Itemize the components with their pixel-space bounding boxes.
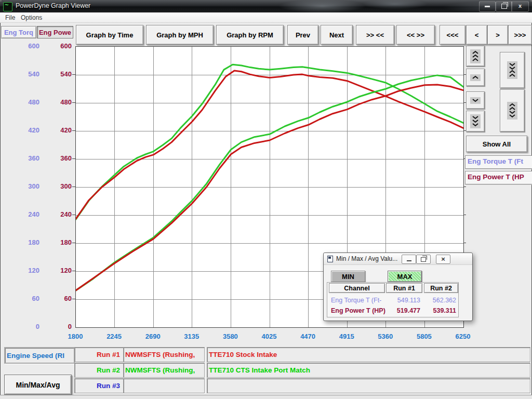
minimize-icon [485,6,490,7]
x-axis-tick-label: 4025 [252,332,286,340]
y-axis-tick-label-power: 180 [50,238,72,246]
graph-by-rpm-button[interactable]: Graph by RPM [216,25,284,45]
y-axis-tick-label-power: 0 [50,323,72,330]
window-title: PowerDyne Graph Viewer [16,2,90,9]
column-header-run1[interactable]: Run #1 [386,283,422,293]
menu-file[interactable]: File [3,14,17,22]
min-toggle-button[interactable]: MIN [331,271,365,282]
chevrons-compress-icon [507,61,517,79]
y-axis-tick-label-torque: 420 [18,126,39,134]
x-axis-tick-label: 3580 [214,332,247,340]
arrows-in-button[interactable]: >> << [356,25,394,45]
prev-button[interactable]: Prev [287,25,318,45]
y-axis-tick-label-power: 60 [50,295,72,302]
bottom-edge-strip [0,395,532,399]
close-icon: x [518,3,522,9]
restore-button[interactable] [496,1,512,12]
y-axis-tick-label-power: 240 [50,210,72,218]
power-axis-legend: Eng Power T (HP [465,171,532,184]
y-axis-tick-label-torque: 300 [18,182,39,190]
y-axis-tick-label-torque: 180 [18,238,39,246]
y-axis-tick-label-torque: 540 [18,70,39,78]
scroll-up-button[interactable] [466,69,485,86]
minmax-window-icon [327,256,333,262]
arrows-out-button[interactable]: << >> [396,25,435,45]
x-axis-tick-label: 1800 [59,332,92,340]
y-axis-tick-label-torque: 120 [18,267,39,274]
menu-options[interactable]: Options [19,14,44,22]
app-icon [3,2,12,11]
x-axis-tick-label: 2245 [98,332,131,340]
restore-icon [501,4,507,9]
minimize-button[interactable] [479,1,496,12]
x-axis-tick-label: 4470 [291,332,325,340]
scroll-bottom-button[interactable] [466,111,485,132]
y-axis-tick-label-torque: 480 [18,98,39,106]
scroll-top-button[interactable] [466,46,485,66]
minmax-row-channel: Eng Torque T (Ft- [331,297,381,304]
x-axis-tick-label: 6250 [446,332,480,340]
step-forward-button[interactable]: > [487,25,508,45]
y-axis-tick-label-torque: 0 [18,323,39,330]
scroll-down-button[interactable] [466,91,485,109]
minmax-row-value: 539.311 [425,307,456,314]
y-axis-tick-label-power: 420 [50,126,72,134]
y-axis-tick-label-torque: 60 [18,295,39,302]
column-header-run2[interactable]: Run #2 [424,283,458,293]
x-axis-tick-label: 5805 [407,332,441,340]
run-1-source: NWMSFTS (Rushing, [123,347,205,362]
first-button[interactable]: <<< [440,25,466,45]
minmax-row-value: 562.362 [425,297,456,304]
y-zoom-in-button[interactable] [500,52,525,88]
minmax-window-title: Min / Max / Avg Valu... [336,255,397,262]
restore-icon [421,257,426,262]
y-axis-tick-label-power: 360 [50,154,72,162]
minmaxavg-button[interactable]: Min/Max/Avg [4,375,72,395]
powerdyne-window: PowerDyne Graph Viewer x File Options En… [0,0,532,399]
minmax-minimize-button[interactable] [402,255,416,264]
minmax-row-value: 519.477 [389,307,420,314]
eng-power-axis-button[interactable]: Eng Powe [37,26,73,38]
minmax-restore-button[interactable] [416,255,431,264]
title-bar: PowerDyne Graph Viewer x [0,0,532,12]
chevrons-down-triple-icon [470,114,481,128]
step-back-button[interactable]: < [466,25,487,45]
chevron-up-icon [470,74,481,81]
run-3-label: Run #3 [74,378,124,393]
chevrons-up-triple-icon [470,49,481,63]
minmax-row-value: 549.113 [389,297,420,304]
last-button[interactable]: >>> [508,25,532,45]
run-2-source: NWMSFTS (Rushing, [123,363,205,378]
close-icon: × [441,256,445,263]
minmax-close-button[interactable]: × [436,255,450,264]
run-1-description: TTE710 Stock Intake [207,347,530,362]
y-axis-tick-label-power: 480 [50,98,72,106]
torque-axis-legend: Eng Torque T (Ft [465,155,532,169]
y-axis-tick-label-torque: 240 [18,210,39,218]
eng-torque-axis-button[interactable]: Eng Torq [1,26,36,38]
x-axis-channel-label: Engine Speed (RI [4,347,75,364]
minimize-icon [407,260,411,261]
x-axis-tick-label: 2690 [136,332,169,340]
graph-by-time-button[interactable]: Graph by Time [76,25,143,45]
close-button[interactable]: x [511,1,529,12]
y-axis-tick-label-power: 300 [50,182,72,190]
y-zoom-out-button[interactable] [500,89,525,132]
y-axis-tick-label-power: 600 [50,42,72,50]
run-2-label: Run #2 [74,363,124,378]
minmax-row-channel: Eng Power T (HP) [331,307,385,314]
y-axis-tick-label-power: 540 [50,70,72,78]
y-axis-tick-label-torque: 360 [18,154,39,162]
chevrons-expand-icon [507,102,517,119]
minmax-title-bar: Min / Max / Avg Valu... × [324,253,472,265]
menu-bar: File Options [0,12,532,23]
minmax-values-window: Min / Max / Avg Valu... × MIN MAX Channe… [323,252,473,321]
next-button[interactable]: Next [321,25,353,45]
max-toggle-button[interactable]: MAX [388,271,422,282]
x-axis-tick-label: 5360 [369,332,402,340]
y-axis-tick-label-power: 120 [50,267,72,274]
column-header-channel[interactable]: Channel [329,283,385,293]
show-all-button[interactable]: Show All [466,136,527,152]
graph-by-mph-button[interactable]: Graph by MPH [146,25,214,45]
run-2-description: TTE710 CTS Intake Port Match [207,363,530,378]
